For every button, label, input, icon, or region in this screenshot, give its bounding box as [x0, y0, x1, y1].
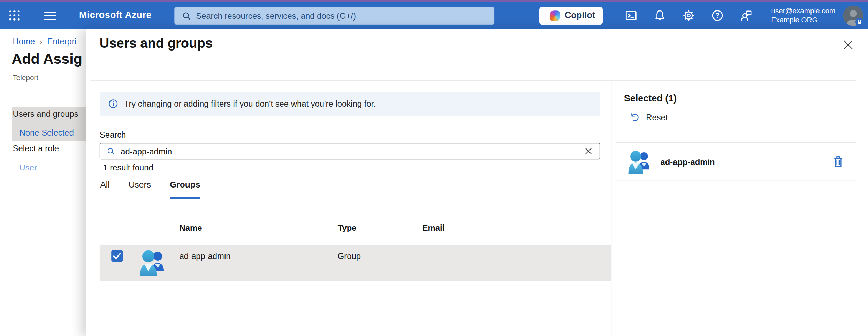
waffle-menu-icon[interactable]	[9, 10, 20, 21]
avatar[interactable]	[843, 5, 864, 26]
info-banner-text: Try changing or adding filters if you do…	[124, 99, 376, 108]
undo-icon	[630, 112, 639, 122]
page-content: Home›Enterpri Add Assig Teleport Users a…	[0, 29, 868, 336]
info-icon	[108, 99, 118, 108]
product-title[interactable]: Microsoft Azure	[79, 10, 152, 21]
copilot-icon	[550, 10, 560, 21]
top-bar-actions: Copilot	[539, 2, 865, 29]
close-icon[interactable]	[843, 39, 854, 51]
select-role-label: Select a role	[13, 143, 59, 153]
panel-divider	[612, 81, 612, 336]
users-groups-flyout: Users and groups Try changing or adding …	[86, 29, 868, 336]
group-icon	[139, 248, 166, 277]
role-value-link[interactable]: User	[20, 163, 37, 172]
selected-item: ad-app-admin	[616, 142, 856, 181]
azure-portal-window: Microsoft Azure Search resources, servic…	[0, 0, 868, 336]
help-icon[interactable]: ?	[711, 9, 724, 22]
account-info[interactable]: user@example.com Example ORG	[771, 7, 835, 24]
svg-text:?: ?	[715, 12, 719, 19]
row-checkbox[interactable]	[111, 250, 123, 262]
users-groups-label: Users and groups	[13, 109, 78, 119]
feedback-icon[interactable]	[740, 9, 752, 22]
copilot-button[interactable]: Copilot	[539, 6, 603, 24]
copilot-label: Copilot	[565, 10, 595, 21]
notifications-bell-icon[interactable]	[654, 9, 666, 22]
azure-top-bar: Microsoft Azure Search resources, servic…	[0, 2, 868, 29]
row-type: Group	[338, 251, 361, 261]
group-icon	[627, 149, 651, 174]
account-email: user@example.com	[771, 7, 835, 15]
selected-heading: Selected (1)	[624, 93, 677, 104]
flyout-main: Try changing or adding filters if you do…	[100, 80, 600, 336]
reset-button[interactable]: Reset	[630, 112, 668, 122]
selected-item-name: ad-app-admin	[660, 157, 832, 166]
page-title: Add Assig	[12, 51, 82, 68]
flyout-title: Users and groups	[100, 36, 213, 51]
clear-search-icon[interactable]	[584, 147, 593, 155]
table-row[interactable]: ad-app-admin Group	[100, 245, 611, 281]
tab-groups[interactable]: Groups	[170, 180, 200, 192]
tab-users[interactable]: Users	[129, 180, 151, 192]
breadcrumb-chevron-icon: ›	[40, 38, 42, 46]
users-groups-value-link[interactable]: None Selected	[20, 128, 74, 137]
column-header-name: Name	[180, 223, 202, 232]
lock-badge-icon	[855, 17, 863, 25]
breadcrumb: Home›Enterpri	[13, 37, 76, 46]
column-header-email: Email	[422, 223, 445, 232]
account-org: Example ORG	[771, 15, 835, 24]
cloud-shell-icon[interactable]	[625, 9, 637, 22]
page-subtitle: Teleport	[13, 74, 38, 82]
hamburger-menu-icon[interactable]	[44, 12, 56, 20]
filter-tabs: All Users Groups	[100, 180, 219, 192]
row-name: ad-app-admin	[180, 251, 231, 261]
reset-label: Reset	[646, 112, 668, 122]
search-value: ad-app-admin	[121, 146, 584, 156]
search-label: Search	[100, 130, 126, 139]
result-count: 1 result found	[103, 163, 153, 172]
search-icon	[107, 147, 115, 155]
search-icon	[182, 12, 191, 20]
global-search-input[interactable]: Search resources, services, and docs (G+…	[174, 7, 494, 25]
filter-search-input[interactable]: ad-app-admin	[100, 143, 600, 160]
delete-icon[interactable]	[832, 156, 844, 167]
column-header-type: Type	[338, 223, 357, 232]
breadcrumb-home-link[interactable]: Home	[13, 37, 35, 46]
settings-gear-icon[interactable]	[683, 9, 695, 22]
global-search-placeholder: Search resources, services, and docs (G+…	[196, 11, 356, 21]
info-banner: Try changing or adding filters if you do…	[100, 92, 600, 116]
tab-all[interactable]: All	[100, 180, 109, 192]
breadcrumb-enterprise-link[interactable]: Enterpri	[47, 37, 76, 46]
